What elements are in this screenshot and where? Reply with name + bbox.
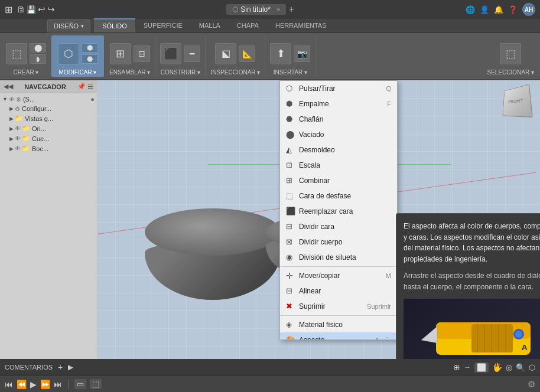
aspecto-more-icon[interactable]: ⋮ [383,335,391,340]
nav-eye-root[interactable]: 👁 [9,96,15,103]
construir-icon-2[interactable]: ━ [184,45,200,62]
menu-item-chaflan[interactable]: ⬣ Chaflán [280,112,397,127]
empalme-shortcut: F [387,100,391,107]
nav-eye-boc[interactable]: 👁 [15,145,21,152]
tab-herramientas[interactable]: HERRAMIENTAS [267,18,335,32]
seleccionar-icon-1[interactable]: ⬚ [500,43,521,64]
tab-superficie[interactable]: SUPERFICIE [135,18,191,32]
insertar-icon-2[interactable]: 📷 [294,45,310,62]
add-tab-button[interactable]: + [288,4,294,15]
navigator-arrow-left[interactable]: ◀◀ [4,83,13,90]
frame-stack-icon[interactable]: ⬚ [90,379,102,389]
status-orbit-icon[interactable]: ◎ [506,363,512,372]
help-icon[interactable]: ❓ [508,5,518,14]
crear-label[interactable]: CREAR ▾ [14,69,39,76]
tab-chapa[interactable]: CHAPA [229,18,267,32]
nav-item-boc[interactable]: ▶ 👁 📁 Boc... [1,143,96,153]
nav-item-vistas[interactable]: ▶ 📁 Vistas g... [1,113,96,123]
status-hex-icon[interactable]: ⬡ [529,363,535,372]
modificar-icon-3[interactable]: ⬣ [82,54,98,64]
nav-arrow-vistas: ▶ [9,116,14,122]
insertar-label[interactable]: INSERTAR ▾ [274,69,307,76]
menu-item-mover-copiar[interactable]: ✛ Mover/copiar M [280,268,397,283]
menu-item-cara-desfase[interactable]: ⬚ Cara de desfase [280,188,397,204]
sidebar-header: ◀◀ NAVEGADOR 📌 ☰ [0,80,97,93]
status-hand-icon[interactable]: 🖐 [492,362,502,372]
nav-dot-root[interactable]: ● [90,96,95,103]
nav-item-config[interactable]: ▶ ⚙ Configur... [1,104,96,113]
menu-item-empalme[interactable]: ⬢ Empalme F [280,96,397,112]
seleccionar-label[interactable]: SELECCIONAR ▾ [487,69,534,76]
construir-icon-1[interactable]: ⬛ [160,43,181,64]
sidebar-menu-icon[interactable]: ☰ [87,83,93,90]
sidebar-pin-icon[interactable]: 📌 [77,83,86,90]
undo-icon[interactable]: ↩ [38,4,45,15]
insertar-icon-1[interactable]: ⬆ [270,43,291,64]
frame-box-icon[interactable]: ▭ [74,379,86,389]
save-icon[interactable]: 💾 [27,5,36,14]
play-skip-start-icon[interactable]: ⏮ [5,380,13,389]
menu-item-vaciado[interactable]: ⬤ Vaciado [280,127,397,142]
nav-folder-vistas: 📁 [15,115,23,122]
person-icon[interactable]: 👤 [480,5,489,14]
menu-item-suprimir[interactable]: ✖ Suprimir Suprimir [280,299,397,314]
nav-eye-cue[interactable]: 👁 [15,135,21,142]
modificar-label[interactable]: MODIFICAR ▾ [59,69,97,76]
construir-label[interactable]: CONSTRUIR ▾ [161,69,200,76]
menu-item-desmoldeo[interactable]: ◭ Desmoldeo [280,142,397,158]
crear-icon-1[interactable]: ⬚ [6,43,27,64]
tab-malla[interactable]: MALLA [191,18,229,32]
modificar-icon-2[interactable]: ⬢ [82,43,98,53]
ensamblar-icon-2[interactable]: ⊟ [134,45,150,62]
app-grid-icon[interactable]: ⊞ [5,4,12,15]
modificar-icon-1[interactable]: ⬡ [58,43,79,64]
ensamblar-label[interactable]: ENSAMBLAR ▾ [109,69,150,76]
play-icon[interactable]: ▶ [30,380,37,389]
crear-icon-2[interactable]: ⬤ [30,43,46,53]
nav-item-root[interactable]: ▼ 👁 ⚙ (S... ● [1,94,96,104]
design-button[interactable]: DISEÑO ▾ [47,19,90,32]
inspeccionar-icon-2[interactable]: 📐 [239,45,255,62]
status-zoom-icon[interactable]: 🔍 [516,363,525,372]
status-expand-icon[interactable]: ▶ [68,363,73,371]
viewcube[interactable]: FRONT [496,86,534,125]
settings-gear-icon[interactable]: ⚙ [528,379,535,390]
play-skip-end-icon[interactable]: ⏭ [54,380,62,389]
menu-item-dividir-cara[interactable]: ⊟ Dividir cara [280,219,397,234]
viewport[interactable]: FRONT ⬡ Pulsar/Tirar Q ⬢ Empalme F ⬣ Cha… [97,80,540,359]
status-arrow-icon[interactable]: → [464,363,471,371]
nav-item-ori[interactable]: ▶ 👁 📁 Ori... [1,123,96,133]
inspeccionar-icon-1[interactable]: ⬕ [215,43,236,64]
notification-icon[interactable]: 🔔 [494,5,503,14]
add-comment-icon[interactable]: + [56,362,64,372]
menu-item-reemplazar-cara[interactable]: ⬛ Reemplazar cara [280,204,397,219]
status-move-icon[interactable]: ⊕ [453,362,460,372]
menu-item-combinar[interactable]: ⊞ Combinar [280,173,397,188]
play-prev-icon[interactable]: ⏪ [17,380,27,389]
network-icon[interactable]: 🌐 [466,5,475,14]
menu-item-escala[interactable]: ⊡ Escala [280,158,397,173]
file-controls: 🖺 💾 ↩ ↪ [17,4,55,15]
tab-solido[interactable]: SÓLIDO [94,18,135,32]
nav-eye-ori[interactable]: 👁 [15,125,21,132]
inspeccionar-label[interactable]: INSPECCIONAR ▾ [210,69,260,76]
crear-icon-3[interactable]: ◗ [30,54,46,64]
play-next-icon[interactable]: ⏩ [40,380,50,389]
ensamblar-icon-1[interactable]: ⊞ [110,43,131,64]
menu-item-division-silueta[interactable]: ◉ División de silueta [280,250,397,265]
user-avatar[interactable]: AH [522,3,535,16]
menu-item-alinear[interactable]: ⊟ Alinear [280,283,397,299]
redo-icon[interactable]: ↪ [47,4,55,15]
alinear-label: Alinear [299,287,321,295]
menu-item-material-fisico[interactable]: ◈ Material físico [280,317,397,332]
menu-item-dividir-cuerpo[interactable]: ⊠ Dividir cuerpo [280,234,397,250]
menu-item-aspecto[interactable]: 🎨 Aspecto A ⋮ [280,332,397,340]
nav-label-boc: Boc... [32,145,48,152]
menu-item-pulsar[interactable]: ⬡ Pulsar/Tirar Q [280,81,397,96]
title-area: ⬡ Sin titulo* × + [60,4,461,15]
statusbar: COMENTARIOS + ▶ ⊕ → ⬜ 🖐 ◎ 🔍 ⬡ [0,359,540,375]
status-box-icon[interactable]: ⬜ [474,362,489,373]
file-icon[interactable]: 🖺 [17,5,25,14]
close-icon[interactable]: × [276,6,280,13]
nav-item-cue[interactable]: ▶ 👁 📁 Cue... [1,133,96,143]
